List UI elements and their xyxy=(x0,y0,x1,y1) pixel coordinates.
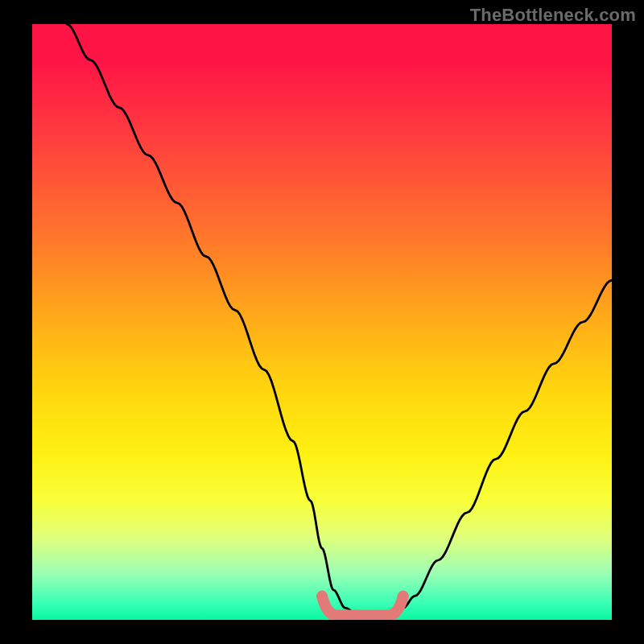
bottleneck-curve xyxy=(67,24,612,614)
chart-frame: TheBottleneck.com xyxy=(0,0,644,644)
curve-layer xyxy=(32,24,612,620)
plot-area xyxy=(32,24,612,620)
optimal-range-marker xyxy=(322,597,403,616)
attribution-text: TheBottleneck.com xyxy=(470,5,636,26)
